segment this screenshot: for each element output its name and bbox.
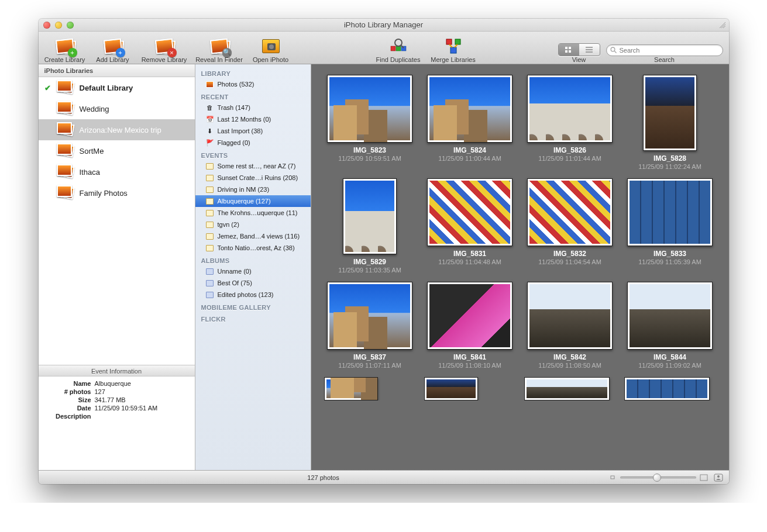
source-item-event[interactable]: Driving in NM (23) [195, 184, 311, 195]
svg-point-15 [611, 47, 615, 51]
photo-cell[interactable]: IMG_582811/25/09 11:02:24 AM [624, 75, 716, 170]
zoom-small-icon[interactable] [608, 474, 617, 481]
event-icon [206, 174, 214, 182]
source-item-album[interactable]: Edited photos (123) [195, 289, 311, 300]
check-icon: ✔ [43, 83, 53, 92]
thumbnail[interactable] [527, 282, 613, 350]
library-name: Family Photos [80, 189, 128, 198]
photo-cell[interactable]: IMG_582411/25/09 11:00:44 AM [424, 75, 516, 170]
thumbnail[interactable] [627, 178, 713, 246]
photo-cell[interactable]: IMG_582911/25/09 11:03:35 AM [324, 178, 416, 274]
photo-cell[interactable]: IMG_583111/25/09 11:04:48 AM [424, 178, 516, 274]
source-item[interactable]: 📅Last 12 Months (0) [195, 113, 311, 125]
source-item-photos[interactable]: Photos (532) [195, 78, 311, 90]
thumbnail[interactable] [643, 75, 697, 151]
events-section-label: EVENTS [195, 148, 311, 160]
photo-cell[interactable] [424, 377, 516, 400]
photo-cell[interactable] [624, 377, 716, 400]
info-button-icon[interactable] [714, 474, 723, 482]
reveal-in-finder-button[interactable]: 🔍 Reveal In Finder [193, 33, 246, 63]
thumbnail[interactable] [324, 377, 378, 400]
app-window: iPhoto Library Manager + Create Library … [39, 19, 729, 484]
flag-icon: 🚩 [206, 139, 214, 147]
search-label: Search [654, 56, 675, 63]
library-row[interactable]: Ithaca [39, 161, 195, 182]
svg-rect-7 [450, 47, 456, 53]
thumbnail[interactable] [527, 75, 613, 143]
photo-grid-area[interactable]: IMG_582311/25/09 10:59:51 AMIMG_582411/2… [311, 64, 729, 470]
photo-date: 11/25/09 11:05:39 AM [638, 258, 701, 265]
source-item-event[interactable]: tgvn (2) [195, 219, 311, 230]
source-item-event[interactable]: The Krohns…uquerque (11) [195, 207, 311, 219]
svg-rect-0 [391, 46, 395, 51]
photo-cell[interactable]: IMG_583711/25/09 11:07:11 AM [324, 282, 416, 369]
photo-cell[interactable]: IMG_583311/25/09 11:05:39 AM [624, 178, 716, 274]
check-icon [43, 167, 53, 177]
open-iphoto-button[interactable]: Open iPhoto [248, 33, 294, 63]
photo-date: 11/25/09 11:01:44 AM [538, 155, 601, 162]
library-row[interactable]: Arizona:New Mexico trip [39, 119, 195, 140]
thumbnail[interactable] [327, 282, 412, 350]
grid-view-button[interactable] [559, 44, 579, 56]
view-segmented-control[interactable] [558, 43, 600, 56]
photo-date: 11/25/09 11:07:11 AM [338, 362, 401, 369]
merge-libraries-button[interactable]: Merge Libraries [427, 33, 480, 63]
source-item[interactable]: 🗑Trash (147) [195, 102, 311, 113]
svg-rect-10 [565, 50, 567, 53]
thumbnail[interactable] [427, 75, 513, 143]
thumbnail[interactable] [424, 377, 478, 400]
photo-date: 11/25/09 11:00:44 AM [438, 155, 501, 162]
photo-cell[interactable] [324, 377, 416, 400]
list-view-button[interactable] [579, 44, 600, 56]
source-item-event[interactable]: Sunset Crate…i Ruins (208) [195, 172, 311, 184]
source-item[interactable]: ⬇Last Import (38) [195, 125, 311, 137]
photo-cell[interactable]: IMG_582311/25/09 10:59:51 AM [324, 75, 416, 170]
photo-cell[interactable]: IMG_584211/25/09 11:08:50 AM [524, 282, 616, 369]
find-duplicates-button[interactable]: Find Duplicates [372, 33, 425, 63]
thumbnail[interactable] [527, 178, 613, 246]
photo-cell[interactable]: IMG_584111/25/09 11:08:10 AM [424, 282, 516, 369]
photo-cell[interactable] [524, 377, 616, 400]
library-row[interactable]: SortMe [39, 140, 195, 161]
photo-cell[interactable]: IMG_583211/25/09 11:04:54 AM [524, 178, 616, 274]
library-row[interactable]: Wedding [39, 98, 195, 119]
photo-cell[interactable]: IMG_582611/25/09 11:01:44 AM [524, 75, 616, 170]
source-item-album[interactable]: Best Of (75) [195, 277, 311, 289]
event-date-value: 11/25/09 10:59:51 AM [95, 405, 158, 412]
library-row[interactable]: ✔Default Library [39, 77, 195, 98]
library-icon [57, 144, 75, 158]
photo-name: IMG_5829 [338, 258, 401, 266]
source-item-album[interactable]: Unname (0) [195, 265, 311, 277]
magnifier-badge-icon: 🔍 [222, 48, 232, 57]
library-row[interactable]: Family Photos [39, 182, 195, 203]
library-name: SortMe [80, 147, 104, 156]
zoom-knob[interactable] [653, 474, 661, 482]
add-library-button[interactable]: + Add Library [90, 33, 136, 63]
thumbnail[interactable] [627, 282, 713, 350]
zoom-large-icon[interactable] [700, 474, 708, 481]
source-item-event[interactable]: Albuquerque (127) [195, 195, 311, 207]
event-icon [206, 209, 214, 217]
thumbnail[interactable] [624, 377, 710, 400]
source-item-event[interactable]: Some rest st…, near AZ (7) [195, 160, 311, 172]
thumbnail[interactable] [427, 282, 513, 350]
thumbnail[interactable] [427, 178, 513, 246]
source-item-event[interactable]: Jemez, Band…4 views (116) [195, 230, 311, 242]
source-item[interactable]: 🚩Flagged (0) [195, 137, 311, 148]
thumbnail[interactable] [524, 377, 610, 400]
thumbnail[interactable] [343, 178, 397, 254]
thumbnail[interactable] [327, 75, 412, 143]
zoom-slider[interactable] [620, 476, 696, 479]
photo-name: IMG_5831 [438, 250, 501, 258]
svg-rect-1 [396, 46, 401, 51]
library-icon [57, 165, 75, 179]
search-input[interactable] [620, 47, 719, 54]
remove-library-button[interactable]: × Remove Library [138, 33, 191, 63]
photo-name: IMG_5828 [638, 154, 701, 163]
titlebar[interactable]: iPhoto Library Manager [39, 19, 729, 32]
resize-icon[interactable] [720, 22, 725, 28]
create-library-button[interactable]: + Create Library [42, 33, 88, 63]
photo-cell[interactable]: IMG_584411/25/09 11:09:02 AM [624, 282, 716, 369]
source-item-event[interactable]: Tonto Natio…orest, Az (38) [195, 242, 311, 254]
search-field[interactable] [606, 44, 723, 56]
